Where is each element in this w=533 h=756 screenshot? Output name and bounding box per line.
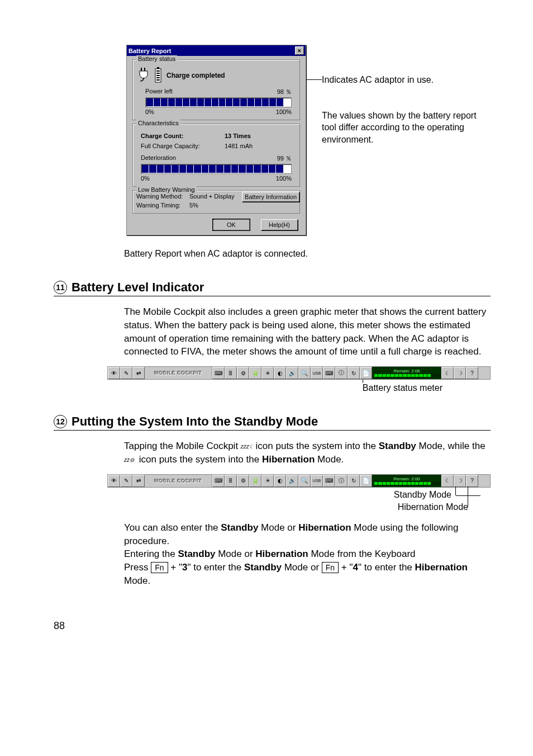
full-capacity-label: Full Charge Capacity:	[141, 143, 225, 149]
volume-icon[interactable]: 🔊	[286, 367, 298, 379]
group-label: Battery status	[136, 55, 177, 62]
svg-rect-0	[141, 68, 142, 71]
help-icon[interactable]: ?	[466, 475, 478, 487]
zoom-icon[interactable]: 🔍	[298, 475, 311, 487]
swap-icon[interactable]: ⇄	[132, 475, 145, 487]
battery-meter-callout: Battery status meter	[54, 383, 442, 393]
warning-timing-value: 5%	[189, 202, 198, 209]
mobile-cockpit-toolbar: 👁 ✎ ⇄ MOBILE COCKPIT ⌨ 🎚 ⚙ 🔋 ☀ ◐ 🔊 🔍 USB…	[107, 366, 491, 380]
mobile-cockpit-toolbar: 👁 ✎ ⇄ MOBILE COCKPIT ⌨ 🎚 ⚙ 🔋 ☀ ◐ 🔊 🔍 USB…	[107, 474, 491, 488]
rotate-icon[interactable]: ↻	[348, 367, 360, 379]
section-12-heading: 12 Putting the System Into the Standby M…	[54, 414, 491, 431]
range-max: 100%	[276, 175, 292, 182]
mobile-cockpit-logo: MOBILE COCKPIT	[145, 367, 212, 379]
section-11-body: The Mobile Cockpit also includes a green…	[124, 305, 491, 358]
dialog-title-text: Battery Report	[129, 48, 171, 54]
hibernation-mode-callout: Hibernation Mode	[54, 502, 480, 512]
info-icon[interactable]: ⓘ	[335, 475, 348, 487]
eye-icon[interactable]: 👁	[108, 367, 120, 379]
gear-icon[interactable]: ⚙	[237, 475, 249, 487]
battery-report-dialog: Battery Report ✕ Battery status Charge c…	[126, 45, 306, 235]
power-left-value: 98 ％	[277, 88, 292, 96]
meter-label: Remain: 2:06	[374, 369, 439, 374]
pen-icon[interactable]: ✎	[120, 367, 132, 379]
mobile-cockpit-logo: MOBILE COCKPIT	[145, 475, 212, 487]
help-icon[interactable]: ?	[466, 367, 478, 379]
slider-icon[interactable]: 🎚	[225, 475, 237, 487]
svg-rect-6	[156, 75, 160, 76]
gear-icon[interactable]: ⚙	[237, 367, 249, 379]
warning-method-label: Warning Method:	[136, 193, 189, 200]
ac-plug-icon	[137, 67, 150, 84]
battery-icon	[154, 67, 162, 84]
battery-information-button[interactable]: Battery Information	[242, 192, 299, 202]
standby-mode-callout: Standby Mode	[54, 490, 480, 500]
values-note: The values shown by the battery report t…	[322, 110, 491, 146]
rotate-icon[interactable]: ↻	[348, 475, 360, 487]
eye-icon[interactable]: 👁	[108, 475, 120, 487]
standby-inline-icon: zzz☾	[241, 443, 253, 451]
volume-icon[interactable]: 🔊	[286, 475, 298, 487]
keyboard-icon[interactable]: ⌨	[212, 475, 225, 487]
slider-icon[interactable]: 🎚	[225, 367, 237, 379]
power-left-label: Power left	[145, 88, 173, 96]
swap-icon[interactable]: ⇄	[132, 367, 145, 379]
contrast-icon[interactable]: ◐	[274, 475, 286, 487]
battery-icon[interactable]: 🔋	[249, 475, 261, 487]
section-12-p2: You can also enter the Standby Mode or H…	[124, 521, 491, 588]
brightness-icon[interactable]: ☀	[261, 367, 274, 379]
charge-status-text: Charge completed	[166, 72, 295, 79]
range-min: 0%	[141, 175, 150, 182]
range-min: 0%	[145, 108, 154, 115]
deterioration-value: 99 ％	[277, 154, 292, 163]
battery-status-group: Battery status Charge completed Power le…	[132, 59, 300, 120]
standby-icon[interactable]: ☾	[441, 367, 454, 379]
keyboard-icon[interactable]: ⌨	[212, 367, 225, 379]
keypad-icon[interactable]: ⌨	[323, 475, 335, 487]
keypad-icon[interactable]: ⌨	[323, 367, 335, 379]
power-left-bar	[145, 97, 292, 107]
characteristics-group: Characteristics Charge Count: 13 Times F…	[132, 124, 300, 187]
deterioration-bar	[141, 164, 292, 174]
battery-icon[interactable]: 🔋	[249, 367, 261, 379]
full-capacity-value: 1481 mAh	[225, 143, 253, 149]
dialog-titlebar: Battery Report ✕	[127, 45, 306, 56]
contrast-icon[interactable]: ◐	[274, 367, 286, 379]
low-battery-group: Low Battery Warning Warning Method: Soun…	[132, 190, 300, 214]
section-11-heading: 11 Battery Level Indicator	[54, 280, 491, 296]
svg-rect-8	[156, 79, 160, 81]
circled-number-icon: 12	[54, 415, 67, 428]
hibernate-icon[interactable]: ☽	[454, 475, 466, 487]
pen-icon[interactable]: ✎	[120, 475, 132, 487]
battery-status-meter[interactable]: Remain: 2:06	[372, 367, 441, 379]
section-title: Putting the System Into the Standby Mode	[72, 414, 318, 429]
fn-key: Fn	[151, 562, 168, 573]
hibernate-icon[interactable]: ☽	[454, 367, 466, 379]
fn-key: Fn	[322, 562, 339, 573]
group-label: Characteristics	[136, 120, 180, 126]
doc-icon[interactable]: 📄	[360, 475, 372, 487]
group-label: Low Battery Warning	[136, 186, 197, 193]
meter-label: Remain: 2:00	[374, 477, 439, 481]
charge-count-value: 13 Times	[225, 133, 251, 139]
figure-caption: Battery Report when AC adaptor is connec…	[124, 249, 491, 259]
range-max: 100%	[276, 108, 292, 115]
doc-icon[interactable]: 📄	[360, 367, 372, 379]
ok-button[interactable]: OK	[213, 219, 250, 230]
svg-rect-5	[156, 73, 160, 74]
circled-number-icon: 11	[54, 281, 67, 294]
info-icon[interactable]: ⓘ	[335, 367, 348, 379]
usb-icon[interactable]: USB	[311, 475, 323, 487]
brightness-icon[interactable]: ☀	[261, 475, 274, 487]
help-button[interactable]: Help(H)	[261, 219, 298, 230]
deterioration-label: Deterioration	[141, 154, 176, 163]
usb-icon[interactable]: USB	[311, 367, 323, 379]
hibernate-inline-icon: zz⊖	[124, 456, 136, 464]
svg-rect-4	[156, 70, 160, 72]
battery-status-meter[interactable]: Remain: 2:00	[372, 475, 441, 487]
zoom-icon[interactable]: 🔍	[298, 367, 311, 379]
charge-count-label: Charge Count:	[141, 133, 225, 139]
close-icon[interactable]: ✕	[295, 46, 304, 55]
standby-icon[interactable]: ☾	[441, 475, 454, 487]
svg-rect-1	[144, 68, 145, 71]
